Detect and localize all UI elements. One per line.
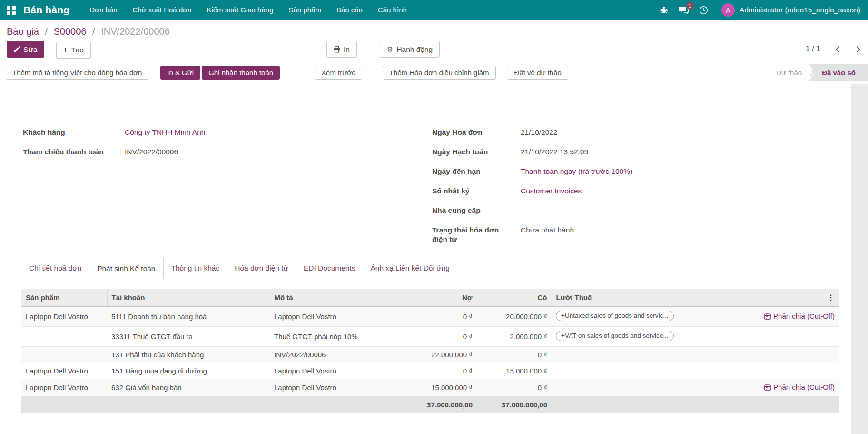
nav-item-kiem-soat-giao-hang[interactable]: Kiểm soát Giao hàng: [199, 0, 281, 20]
column-header-product[interactable]: Sản phẩm: [21, 289, 107, 307]
debug-bug-icon[interactable]: [654, 0, 674, 20]
tab-phat-sinh-ke-toan[interactable]: Phát sinh Kế toán: [89, 258, 163, 279]
app-name[interactable]: Bán hàng: [23, 4, 69, 16]
cell-debit: 0 ₫: [395, 307, 477, 327]
statusbar: Thêm mô tả tiếng Việt cho dòng hóa đơn I…: [0, 64, 868, 81]
breadcrumb-current: INV/2022/00006: [101, 26, 170, 37]
table-row[interactable]: Laptopn Dell Vostro 632 Giá vốn hàng bán…: [21, 379, 839, 396]
action-button-label: Hành động: [396, 45, 433, 54]
status-stage-posted[interactable]: Đã vào sổ: [809, 64, 868, 81]
column-header-credit[interactable]: Có: [477, 289, 552, 307]
cell-description: Laptopn Dell Vostro: [270, 307, 395, 327]
cell-description: Laptopn Dell Vostro: [270, 379, 395, 396]
breadcrumb-bao-gia[interactable]: Báo giá: [7, 26, 39, 37]
cutoff-label: Phân chia (Cut-Off): [773, 312, 835, 320]
nav-item-cho-xuat-hoa-don[interactable]: Chờ xuất Hoá đơn: [125, 0, 199, 20]
reset-to-draft-button[interactable]: Đặt về dự thảo: [508, 66, 568, 80]
cell-credit: 2.000.000 ₫: [477, 327, 552, 347]
vendor-value: [514, 202, 830, 221]
navbar-right: 1 A Administrator (odoo15_anglo_saxon): [654, 0, 860, 20]
cutoff-widget[interactable]: Phân chia (Cut-Off): [764, 312, 835, 320]
cell-account: 131 Phải thu của khách hàng: [107, 347, 270, 363]
center-actions: In ⚙ Hành động: [326, 41, 440, 58]
vendor-label: Nhà cung cấp: [432, 202, 514, 221]
pager-previous-icon[interactable]: [836, 46, 842, 52]
activities-clock-icon[interactable]: [694, 0, 714, 20]
tab-chi-tiet-hoa-don[interactable]: Chi tiết hoá đơn: [21, 258, 89, 279]
print-and-send-button[interactable]: In & Gửi: [160, 66, 200, 80]
cell-credit: 20.000.000 ₫: [477, 307, 552, 327]
cutoff-label: Phân chia (Cut-Off): [773, 383, 835, 391]
add-vietnamese-description-button[interactable]: Thêm mô tả tiếng Việt cho dòng hóa đơn: [6, 66, 148, 80]
action-button[interactable]: ⚙ Hành động: [380, 41, 440, 58]
user-avatar[interactable]: A: [721, 3, 735, 17]
nav-item-bao-cao[interactable]: Báo cáo: [329, 0, 370, 20]
tax-tag-pill[interactable]: +Untaxed sales of goods and servic...: [556, 311, 674, 321]
field-row-journal: Sổ nhật ký Customer Invoices: [432, 182, 830, 202]
gear-icon: ⚙: [387, 45, 393, 54]
nav-item-san-pham[interactable]: Sản phẩm: [281, 0, 329, 20]
journal-label: Sổ nhật ký: [432, 182, 514, 202]
invoice-date-label: Ngày Hoá đơn: [432, 123, 514, 143]
form-sheet: Khách hàng Công ty TNHH Minh Anh Tham ch…: [0, 81, 868, 413]
apps-grid-icon[interactable]: [7, 6, 16, 15]
messages-count-badge: 1: [686, 2, 694, 10]
edit-button[interactable]: Sửa: [7, 41, 44, 58]
cell-account: 5111 Doanh thu bán hàng hoá: [107, 307, 270, 327]
nav-item-cau-hinh[interactable]: Cấu hình: [370, 0, 414, 20]
tab-thong-tin-khac[interactable]: Thông tin khác: [164, 258, 227, 279]
tab-hoa-don-dien-tu[interactable]: Hóa đơn điện tử: [227, 258, 296, 279]
preview-button[interactable]: Xem trước: [315, 66, 362, 80]
payment-reference-label: Tham chiếu thanh toán: [23, 143, 118, 162]
status-widget: Dự thảo Đã vào sổ: [768, 64, 868, 81]
field-row-einvoice-status: Trạng thái hóa đơn điện tử Chưa phát hàn…: [432, 221, 830, 244]
customer-value-link[interactable]: Công ty TNHH Minh Anh: [125, 128, 205, 136]
print-button[interactable]: In: [326, 41, 357, 58]
field-row-vendor: Nhà cung cấp: [432, 202, 830, 221]
cell-product: [21, 327, 107, 347]
register-payment-button[interactable]: Ghi nhận thanh toán: [202, 66, 280, 80]
tax-tag-pill[interactable]: +VAT on sales of goods and service...: [556, 331, 674, 341]
table-row[interactable]: 33311 Thuế GTGT đầu ra Thuế GTGT phải nộ…: [21, 327, 839, 347]
table-row[interactable]: 131 Phải thu của khách hàng INV/2022/000…: [21, 347, 839, 363]
nav-item-don-ban[interactable]: Đơn bán: [82, 0, 125, 20]
calendar-icon: [764, 384, 771, 391]
column-header-description[interactable]: Mô tả: [270, 289, 395, 307]
table-row[interactable]: Laptopn Dell Vostro 151 Hàng mua đang đi…: [21, 363, 839, 379]
table-row[interactable]: Laptopn Dell Vostro 5111 Doanh thu bán h…: [21, 307, 839, 327]
printer-icon: [334, 46, 340, 53]
messages-icon[interactable]: 1: [674, 0, 694, 20]
edit-button-label: Sửa: [23, 45, 37, 54]
column-header-account[interactable]: Tài khoản: [107, 289, 270, 307]
status-stage-draft[interactable]: Dự thảo: [768, 69, 810, 77]
top-navbar: Bán hàng Đơn bán Chờ xuất Hoá đơn Kiểm s…: [0, 0, 868, 20]
column-header-debit[interactable]: Nợ: [395, 289, 477, 307]
cell-account: 33311 Thuế GTGT đầu ra: [107, 327, 270, 347]
pager-next-icon[interactable]: [854, 46, 860, 52]
user-menu[interactable]: Administrator (odoo15_anglo_saxon): [740, 6, 860, 14]
cell-account: 632 Giá vốn hàng bán: [107, 379, 270, 396]
payment-terms-value-link[interactable]: Thanh toán ngay (trả trước 100%): [521, 167, 632, 175]
cell-account: 151 Hàng mua đang đi đường: [107, 363, 270, 379]
cell-description: Thuế GTGT phải nộp 10%: [270, 327, 395, 347]
cutoff-widget[interactable]: Phân chia (Cut-Off): [764, 383, 835, 391]
tab-anh-xa-lien-ket-doi-ung[interactable]: Ánh xạ Liên kết Đối ứng: [363, 258, 457, 279]
add-credit-note-button[interactable]: Thêm Hóa đơn điều chỉnh giảm: [383, 66, 496, 80]
vertical-scrollbar[interactable]: [851, 84, 868, 434]
cell-credit: 15.000.000 ₫: [477, 363, 552, 379]
payment-reference-value: INV/2022/00006: [118, 143, 432, 162]
tab-edi-documents[interactable]: EDI Documents: [296, 258, 363, 279]
breadcrumb-s00006[interactable]: S00006: [54, 26, 87, 37]
pager-value: 1 / 1: [806, 45, 820, 53]
optional-columns-kebab-icon[interactable]: ⋮: [721, 289, 839, 307]
cell-product: [21, 347, 107, 363]
journal-value-link[interactable]: Customer Invoices: [521, 187, 582, 195]
cell-debit: 22.000.000 ₫: [395, 347, 477, 363]
field-row-due-date: Ngày đến hạn Thanh toán ngay (trả trước …: [432, 162, 830, 182]
create-button[interactable]: + Tạo: [56, 42, 91, 59]
column-header-tax-grids[interactable]: Lưới Thuế: [552, 289, 721, 307]
breadcrumb-separator: /: [45, 26, 48, 37]
print-button-label: In: [344, 45, 350, 54]
field-groups: Khách hàng Công ty TNHH Minh Anh Tham ch…: [0, 123, 868, 244]
plus-icon: +: [63, 46, 68, 54]
